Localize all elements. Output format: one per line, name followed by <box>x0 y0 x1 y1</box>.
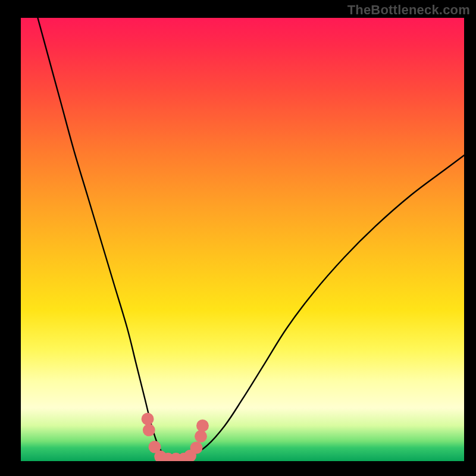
marker-dot <box>195 430 207 443</box>
chart-frame: TheBottleneck.com <box>0 0 476 476</box>
bottleneck-curve <box>34 18 464 460</box>
marker-dot <box>142 413 154 425</box>
watermark-label: TheBottleneck.com <box>347 2 470 18</box>
marker-dot <box>190 441 203 454</box>
marker-dot <box>196 419 209 432</box>
bottom-markers <box>142 413 209 461</box>
plot-area <box>21 18 464 461</box>
chart-overlay <box>21 18 464 461</box>
marker-dot <box>143 424 155 436</box>
